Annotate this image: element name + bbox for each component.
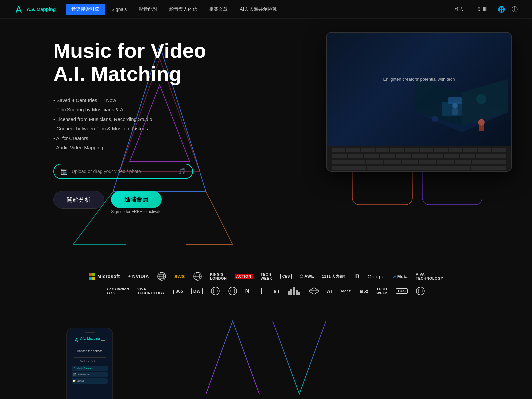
ms-cell <box>89 273 92 276</box>
phone-options: 🎵 Music Search 🎬 Video Match 📝 Signals <box>72 366 108 384</box>
at-text: AT <box>327 288 333 294</box>
ali-text: ali <box>274 289 279 294</box>
ces2-text: CES <box>396 288 408 294</box>
aws-logo: aws <box>174 272 185 281</box>
key <box>384 160 401 164</box>
start-analysis-button[interactable]: 開始分析 <box>53 191 104 209</box>
ces-logo: CES <box>280 272 292 281</box>
ms-grid-icon <box>89 273 95 280</box>
nav-register[interactable]: 註冊 <box>473 4 492 14</box>
phone-left: A.V. Mapping Choose the service Start he… <box>66 328 120 399</box>
nav-item-letter[interactable]: 給音樂人的信 <box>163 4 203 15</box>
phones-section: A.V. Mapping Choose the service Start he… <box>0 314 532 399</box>
navbar: A.V. Mapping 音樂搜索引擎 Signals 影音配對 給音樂人的信 … <box>0 0 532 19</box>
key <box>449 148 462 152</box>
ms-cell <box>92 277 95 280</box>
cross-icon <box>258 287 266 295</box>
svg-point-13 <box>432 116 438 122</box>
action-text: ACTION <box>235 274 252 279</box>
svg-rect-33 <box>290 289 292 295</box>
chart-logo <box>288 286 301 296</box>
nav-item-signals[interactable]: Signals <box>105 4 133 15</box>
tech-week-text: TECHWEEK <box>261 272 272 280</box>
key <box>361 148 375 152</box>
info-icon[interactable]: ⓘ <box>511 5 519 13</box>
feature-2: - Film Scoring by Musicians & AI <box>53 106 206 114</box>
nav-item-music-search[interactable]: 音樂搜索引擎 <box>66 4 105 15</box>
upgrade-button[interactable]: 進階會員 <box>111 191 162 208</box>
key-shift-right <box>472 160 506 164</box>
key <box>396 154 411 158</box>
phone-divider2 <box>74 357 106 358</box>
kings-london-logo: KING'SLONDON <box>210 272 227 281</box>
key-shift-left <box>332 160 365 164</box>
key <box>376 148 389 152</box>
svg-rect-32 <box>288 291 290 295</box>
dw-text: DW <box>191 288 203 294</box>
phone-notch <box>85 332 95 333</box>
viva-tech-logo-2: VIVATECHNOLOGY <box>137 286 165 296</box>
partners-section: Microsoft 👁 NVIDIA aws <box>0 258 532 314</box>
key <box>346 148 360 152</box>
nav-item-av-match[interactable]: 影音配對 <box>133 4 163 15</box>
al6z-text: al6z <box>360 289 369 294</box>
tablet-device: Enlighten creators' potential with tech <box>326 32 512 172</box>
feature-1: - Saved 4 Centuries Till Now <box>53 97 206 104</box>
key <box>455 160 471 164</box>
aws-text: aws <box>174 273 185 279</box>
key <box>444 154 459 158</box>
key <box>434 148 448 152</box>
viva-tech-logo: VIVATECHNOLOGY <box>416 272 443 281</box>
ms-cell <box>89 277 92 280</box>
upgrade-sub-text: Sign up for FREE to activate <box>111 209 161 214</box>
google-text: Google <box>368 274 385 279</box>
tablet-keyboard <box>327 146 511 172</box>
microsoft-text: Microsoft <box>97 274 120 279</box>
svg-marker-38 <box>310 288 318 294</box>
ces-logo-2: CES <box>396 286 408 296</box>
tech-week2-text: TECHWEEK <box>376 287 388 295</box>
key <box>492 148 506 152</box>
logo[interactable]: A.V. Mapping <box>13 4 56 15</box>
phone-screen-left: A.V. Mapping Choose the service Start he… <box>67 328 112 399</box>
meet-text: Meet² <box>341 289 351 293</box>
key <box>390 148 404 152</box>
key <box>364 154 379 158</box>
meta-label: Meta <box>397 274 408 279</box>
d-text: D <box>355 273 360 280</box>
phone-body-text: Start here to find... <box>80 360 99 363</box>
upload-bar[interactable]: 📷 Upload or drag your video / photo 🎵 <box>53 164 193 179</box>
viva-text: VIVATECHNOLOGY <box>416 272 443 280</box>
key <box>332 148 345 152</box>
nvidia-text: NVIDIA <box>132 274 149 279</box>
ms-cell <box>92 273 95 276</box>
phone-logo-icon <box>74 338 79 342</box>
key <box>366 160 383 164</box>
d-logo: D <box>355 272 360 281</box>
hero-title: Music for Video A.I. Matching <box>53 39 206 86</box>
1111-logo: 1111 人力銀行 <box>322 272 347 281</box>
key <box>332 154 347 158</box>
kings-text: KING'SLONDON <box>210 272 227 280</box>
svg-rect-15 <box>479 125 484 131</box>
nav-item-articles[interactable]: 相關文章 <box>203 4 234 15</box>
n-logo: N <box>245 286 250 296</box>
un-logo <box>157 272 166 281</box>
globe-icon-2 <box>228 286 237 296</box>
awe-logo: ⬡ AWE <box>300 272 314 281</box>
globe-icon[interactable]: 🌐 <box>497 5 505 13</box>
svg-rect-11 <box>452 108 458 115</box>
svg-point-10 <box>452 103 458 108</box>
svg-rect-8 <box>442 102 462 116</box>
at-logo: AT <box>327 286 333 296</box>
key <box>460 154 475 158</box>
365-logo: | 365 <box>173 286 183 296</box>
upgrade-button-group: 進階會員 Sign up for FREE to activate <box>111 191 162 214</box>
nav-login[interactable]: 登入 <box>450 4 468 14</box>
key <box>405 148 419 152</box>
music-icon: 🎵 <box>178 168 186 175</box>
key-fn <box>332 166 366 170</box>
nav-item-challenge[interactable]: AI與人類共創挑戰 <box>234 4 283 15</box>
diamond-icon <box>309 287 319 295</box>
logo-text: A.V. Mapping <box>27 7 56 12</box>
